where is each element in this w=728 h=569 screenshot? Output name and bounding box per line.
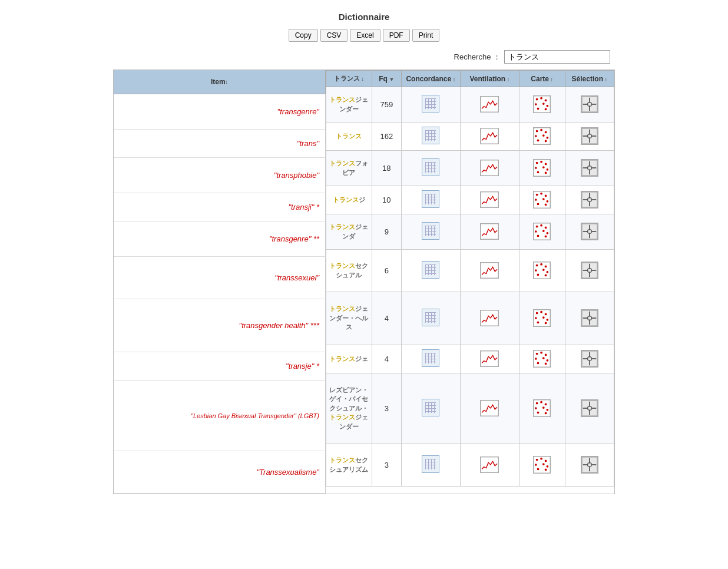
selection-cell[interactable] [565,250,614,292]
svg-point-73 [545,235,547,237]
svg-point-135 [547,408,549,411]
ventilation-cell[interactable] [460,214,519,250]
concordance-cell[interactable] [401,292,460,345]
selection-cell[interactable] [565,373,614,444]
svg-point-34 [536,161,538,164]
ventilation-cell[interactable] [460,345,519,373]
label-row: "Transsexualisme" [114,451,326,494]
ventilation-th[interactable]: Ventilation ↕ [460,71,519,87]
svg-point-83 [540,263,542,265]
svg-point-69 [535,230,537,233]
svg-point-117 [535,358,537,360]
fq-cell: 759 [372,87,401,123]
ventilation-cell[interactable] [460,87,519,123]
item-cell: トランスジ [326,186,372,214]
fq-cell: 3 [372,373,401,444]
table-row: レズビアン・ゲイ・バイセクシュアル・トランスジェンダー 3 [326,373,614,444]
ventilation-cell[interactable] [460,151,519,186]
svg-point-41 [545,171,547,174]
copy-button[interactable]: Copy [289,29,318,42]
svg-point-84 [545,265,547,267]
selection-th[interactable]: Sélection ↕ [565,71,614,87]
label-row: "transje" * [114,352,326,381]
pdf-button[interactable]: PDF [383,29,410,42]
concordance-cell[interactable] [401,87,460,123]
svg-point-56 [537,203,540,205]
svg-point-21 [535,135,537,137]
selection-cell[interactable] [565,345,614,373]
concordance-cell[interactable] [401,123,460,151]
selection-cell[interactable] [565,214,614,250]
fq-th[interactable]: Fq ▼ [372,71,401,87]
carte-cell[interactable] [519,250,565,292]
carte-cell[interactable] [519,186,565,214]
svg-point-119 [547,359,549,361]
table-row: トランスジェンダ 9 [326,214,614,250]
item-th[interactable]: トランス ↕ [326,71,372,87]
search-row: Recherche ： [0,50,728,64]
ventilation-cell[interactable] [460,373,519,444]
concordance-cell[interactable] [401,186,460,214]
item-cell: トランスセクシュアル [326,250,372,292]
svg-point-50 [536,193,538,196]
svg-point-9 [545,108,547,110]
svg-point-2 [536,98,538,100]
csv-button[interactable]: CSV [320,29,348,42]
fq-cell: 10 [372,186,401,214]
table-row: トランスジェ 4 [326,345,614,373]
svg-point-5 [535,103,537,105]
svg-point-86 [542,269,545,271]
carte-cell[interactable] [519,345,565,373]
print-button[interactable]: Print [412,29,440,42]
concordance-cell[interactable] [401,444,460,487]
concordance-cell[interactable] [401,151,460,186]
carte-cell[interactable] [519,292,565,345]
fq-cell: 18 [372,151,401,186]
data-table: トランス ↕ Fq ▼ Concordance ↕ Ventilation ↕ [326,70,614,487]
selection-cell[interactable] [565,186,614,214]
carte-cell[interactable] [519,444,565,487]
selection-cell[interactable] [565,151,614,186]
svg-point-23 [547,136,549,138]
selection-cell[interactable] [565,87,614,123]
selection-cell[interactable] [565,292,614,345]
carte-cell[interactable] [519,373,565,444]
concordance-cell[interactable] [401,373,460,444]
selection-cell[interactable] [565,444,614,487]
svg-point-20 [545,131,547,133]
svg-point-148 [545,459,547,462]
carte-cell[interactable] [519,123,565,151]
svg-point-89 [545,274,547,276]
label-row: "transphobie" [114,158,326,193]
table-row: トランスセクシュアル 6 [326,250,614,292]
svg-point-102 [542,316,545,319]
ventilation-cell[interactable] [460,250,519,292]
svg-point-153 [545,468,547,471]
ventilation-cell[interactable] [460,186,519,214]
svg-point-151 [547,465,549,467]
svg-point-68 [545,226,547,229]
search-input[interactable] [504,50,610,64]
svg-point-118 [542,357,545,359]
svg-point-51 [540,192,542,194]
svg-point-133 [535,407,537,409]
svg-point-70 [542,230,545,232]
carte-cell[interactable] [519,151,565,186]
ventilation-cell[interactable] [460,123,519,151]
label-row: "transgenre" [114,94,326,130]
concordance-cell[interactable] [401,214,460,250]
svg-point-38 [542,166,545,168]
selection-cell[interactable] [565,123,614,151]
carte-cell[interactable] [519,214,565,250]
item-cell: トランスジェンダー [326,87,372,123]
concordance-cell[interactable] [401,250,460,292]
fq-cell: 4 [372,345,401,373]
carte-cell[interactable] [519,87,565,123]
concordance-cell[interactable] [401,345,460,373]
excel-button[interactable]: Excel [350,29,380,42]
ventilation-cell[interactable] [460,292,519,345]
svg-point-104 [537,321,540,323]
concordance-th[interactable]: Concordance ↕ [401,71,460,87]
ventilation-cell[interactable] [460,444,519,487]
carte-th[interactable]: Carte ↕ [519,71,565,87]
